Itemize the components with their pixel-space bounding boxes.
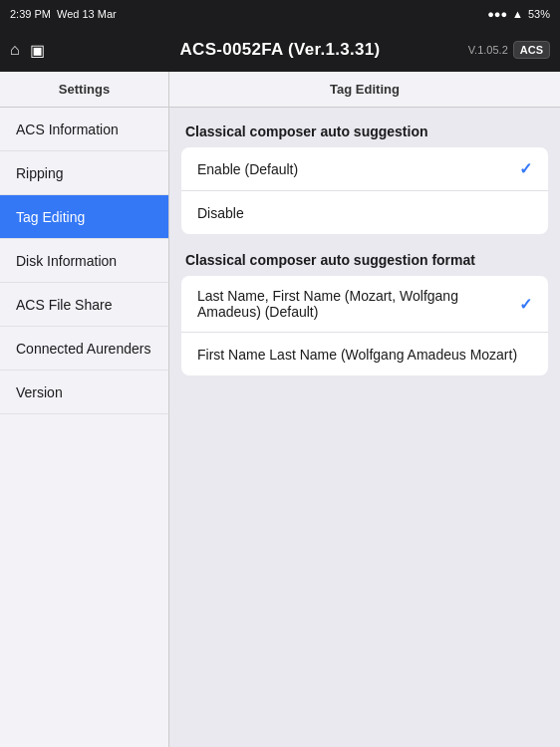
option-label-disable: Disable — [197, 205, 244, 221]
status-left: 2:39 PM Wed 13 Mar — [10, 8, 117, 20]
option-label-last-first: Last Name, First Name (Mozart, Wolfgang … — [197, 288, 519, 320]
square-icon[interactable]: ▣ — [30, 41, 45, 60]
acs-badge: ACS — [513, 41, 550, 59]
settings-header: Settings — [0, 72, 169, 108]
status-date: Wed 13 Mar — [57, 8, 117, 20]
columns-header: Settings Tag Editing — [0, 72, 560, 108]
header-version-area: V.1.05.2 ACS — [468, 41, 550, 59]
status-time: 2:39 PM — [10, 8, 51, 20]
app-header: ⌂ ▣ ACS-0052FA (Ver.1.3.31) V.1.05.2 ACS — [0, 28, 560, 72]
option-disable[interactable]: Disable✓ — [181, 191, 548, 234]
header-icons: ⌂ ▣ — [10, 41, 45, 60]
wifi-icon: ▲ — [512, 8, 523, 20]
section2-card: Last Name, First Name (Mozart, Wolfgang … — [181, 276, 548, 375]
sidebar-item-tag-editing[interactable]: Tag Editing — [0, 195, 168, 239]
option-enable[interactable]: Enable (Default)✓ — [181, 147, 548, 191]
option-last-first[interactable]: Last Name, First Name (Mozart, Wolfgang … — [181, 276, 548, 333]
option-label-first-last: First Name Last Name (Wolfgang Amadeus M… — [197, 347, 517, 363]
checkmark-enable: ✓ — [519, 159, 532, 178]
version-text: V.1.05.2 — [468, 44, 508, 56]
section2-title: Classical composer auto suggestion forma… — [181, 252, 548, 268]
main-layout: ACS InformationRippingTag EditingDisk In… — [0, 108, 560, 747]
option-first-last[interactable]: First Name Last Name (Wolfgang Amadeus M… — [181, 333, 548, 375]
sidebar-item-connected-aurenders[interactable]: Connected Aurenders — [0, 327, 168, 371]
status-right: ●●● ▲ 53% — [487, 8, 550, 20]
sidebar: ACS InformationRippingTag EditingDisk In… — [0, 108, 169, 747]
sidebar-item-version[interactable]: Version — [0, 371, 168, 414]
status-bar: 2:39 PM Wed 13 Mar ●●● ▲ 53% — [0, 0, 560, 28]
checkmark-last-first: ✓ — [519, 295, 532, 314]
home-icon[interactable]: ⌂ — [10, 41, 20, 59]
sidebar-item-acs-file-share[interactable]: ACS File Share — [0, 283, 168, 327]
option-label-enable: Enable (Default) — [197, 161, 298, 177]
content-area: Classical composer auto suggestion Enabl… — [169, 108, 560, 747]
tag-editing-header: Tag Editing — [169, 72, 560, 108]
signal-icon: ●●● — [487, 8, 507, 20]
app-title: ACS-0052FA (Ver.1.3.31) — [180, 40, 381, 60]
sidebar-item-ripping[interactable]: Ripping — [0, 151, 168, 195]
battery-text: 53% — [528, 8, 550, 20]
section1-card: Enable (Default)✓Disable✓ — [181, 147, 548, 234]
section1-title: Classical composer auto suggestion — [181, 124, 548, 139]
sidebar-item-disk-information[interactable]: Disk Information — [0, 239, 168, 283]
sidebar-item-acs-information[interactable]: ACS Information — [0, 108, 168, 151]
